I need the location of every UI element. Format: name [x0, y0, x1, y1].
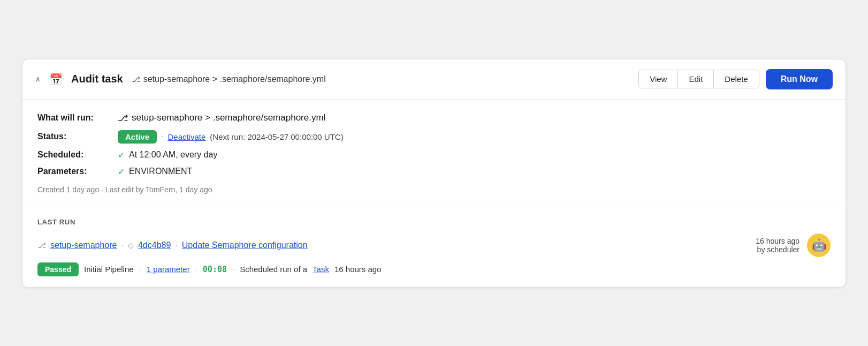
last-run-top-row: ⎇ setup-semaphore · ◇ 4dc4b89 · Update S…	[37, 234, 831, 257]
scheduler-avatar: 🤖	[807, 234, 831, 257]
scheduled-text: At 12:00 AM, every day	[129, 150, 217, 160]
header-path-text: setup-semaphore > .semaphore/semaphore.y…	[143, 74, 326, 84]
parameters-check-icon: ✓	[118, 167, 125, 177]
last-run-label: LAST RUN	[37, 218, 831, 226]
scheduled-row: Scheduled: ✓ At 12:00 AM, every day	[37, 150, 831, 160]
last-run-time-ago: 16 hours ago	[756, 237, 800, 245]
collapse-icon[interactable]: ∧	[35, 75, 41, 83]
scheduled-check-icon: ✓	[118, 150, 125, 160]
active-badge: Active	[118, 130, 157, 144]
scheduled-value: ✓ At 12:00 AM, every day	[118, 150, 217, 160]
status-label: Status:	[37, 132, 118, 141]
commit-icon: ◇	[128, 241, 134, 250]
calendar-icon: 📅	[49, 73, 63, 86]
commit-link[interactable]: 4dc4b89	[138, 240, 171, 250]
delete-button[interactable]: Delete	[714, 70, 758, 88]
dot-sep-2: ·	[175, 240, 177, 250]
parameters-row: Parameters: ✓ ENVIRONMENT	[37, 167, 831, 177]
last-run-top-left: ⎇ setup-semaphore · ◇ 4dc4b89 · Update S…	[37, 240, 308, 250]
parameters-label: Parameters:	[37, 167, 118, 176]
last-run-time: 16 hours ago by scheduler	[756, 237, 800, 254]
last-run-bottom-left: Passed Initial Pipeline · 1 parameter · …	[37, 262, 382, 276]
deactivate-link[interactable]: Deactivate	[167, 132, 205, 141]
header-branch-path: ⎇ setup-semaphore > .semaphore/semaphore…	[132, 74, 630, 84]
branch-icon: ⎇	[132, 75, 140, 84]
scheduled-run-text: Scheduled run of a	[240, 265, 307, 274]
what-will-run-label: What will run:	[37, 113, 118, 123]
header-row: ∧ 📅 Audit task ⎇ setup-semaphore > .sema…	[22, 59, 846, 100]
what-will-run-branch-icon: ⎇	[118, 112, 128, 124]
parameter-link[interactable]: 1 parameter	[147, 265, 190, 274]
last-run-branch-icon: ⎇	[37, 241, 46, 250]
edit-button[interactable]: Edit	[678, 70, 714, 88]
scheduled-label: Scheduled:	[37, 150, 118, 160]
header-actions: View Edit Delete Run Now	[638, 69, 833, 89]
passed-badge: Passed	[37, 262, 79, 276]
status-value: Active · Deactivate (Next run: 2024-05-2…	[118, 130, 344, 144]
pipeline-label: Initial Pipeline	[84, 265, 134, 274]
last-run-by-scheduler: by scheduler	[756, 245, 800, 254]
dot-sep-5: ·	[232, 265, 234, 274]
what-will-run-path: setup-semaphore > .semaphore/semaphore.y…	[132, 112, 325, 123]
next-run-text: (Next run: 2024-05-27 00:00:00 UTC)	[210, 132, 343, 141]
dot-sep-3: ·	[139, 265, 141, 274]
details-section: What will run: ⎇ setup-semaphore > .sema…	[22, 100, 846, 207]
view-button[interactable]: View	[639, 70, 678, 88]
parameters-value: ✓ ENVIRONMENT	[118, 167, 192, 177]
last-run-right: 16 hours ago by scheduler 🤖	[756, 234, 831, 257]
last-run-bottom-row: Passed Initial Pipeline · 1 parameter · …	[37, 262, 831, 276]
meta-text: Created 1 day ago · Last edit by TomFern…	[37, 185, 831, 194]
last-run-section: LAST RUN ⎇ setup-semaphore · ◇ 4dc4b89 ·…	[22, 207, 846, 287]
view-edit-delete-group: View Edit Delete	[638, 70, 759, 88]
last-run-hours-ago: 16 hours ago	[334, 265, 382, 274]
dot-sep-4: ·	[195, 265, 197, 274]
page-title: Audit task	[71, 73, 123, 85]
audit-task-card: ∧ 📅 Audit task ⎇ setup-semaphore > .sema…	[22, 59, 846, 288]
what-will-run-row: What will run: ⎇ setup-semaphore > .sema…	[37, 112, 831, 124]
update-message-link[interactable]: Update Semaphore configuration	[182, 240, 308, 250]
branch-link[interactable]: setup-semaphore	[50, 240, 117, 250]
dot-sep-1: ·	[121, 240, 124, 250]
task-link[interactable]: Task	[313, 265, 329, 274]
parameters-text: ENVIRONMENT	[129, 167, 192, 176]
run-now-button[interactable]: Run Now	[766, 69, 833, 89]
what-will-run-value: ⎇ setup-semaphore > .semaphore/semaphore…	[118, 112, 325, 124]
status-row: Status: Active · Deactivate (Next run: 2…	[37, 130, 831, 144]
run-timer: 00:08	[203, 265, 227, 274]
